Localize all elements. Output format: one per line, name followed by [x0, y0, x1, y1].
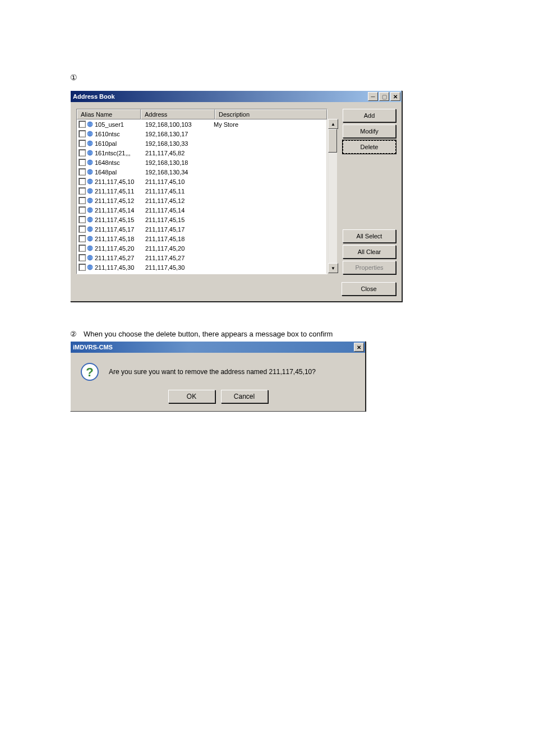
col-header-alias[interactable]: Alias Name	[77, 109, 141, 119]
cancel-button[interactable]: Cancel	[221, 390, 268, 403]
row-checkbox[interactable]	[79, 159, 86, 166]
list-item[interactable]: 211,117,45,15211,117,45,15	[77, 215, 326, 224]
msgbox-close-button[interactable]: ✕	[354, 343, 364, 352]
cell-alias: 211,117,45,11	[95, 188, 145, 195]
maximize-button: ▢	[379, 92, 389, 101]
cell-description: My Store	[214, 121, 326, 128]
row-checkbox[interactable]	[79, 130, 86, 137]
ok-button[interactable]: OK	[168, 390, 215, 403]
cell-alias: 211,117,45,27	[95, 255, 145, 261]
scroll-track[interactable]	[328, 153, 337, 263]
row-checkbox[interactable]	[79, 149, 86, 156]
row-checkbox[interactable]	[79, 264, 86, 271]
minimize-button[interactable]: ─	[368, 92, 378, 101]
list-item[interactable]: 211,117,45,14211,117,45,14	[77, 205, 326, 215]
globe-icon	[86, 235, 94, 242]
list-item[interactable]: 211,117,45,18211,117,45,18	[77, 234, 326, 243]
list-item[interactable]: 211,117,45,10211,117,45,10	[77, 177, 326, 186]
cell-address: 192,168,130,33	[145, 140, 214, 147]
list-item[interactable]: 211,117,45,20211,117,45,20	[77, 243, 326, 253]
scrollbar-vertical[interactable]: ▲ ▼	[328, 119, 337, 273]
row-checkbox[interactable]	[79, 225, 86, 233]
row-checkbox[interactable]	[79, 140, 86, 147]
row-checkbox[interactable]	[79, 121, 86, 128]
cell-address: 211,117,45,20	[145, 245, 214, 252]
col-header-description[interactable]: Description	[215, 109, 327, 119]
cell-alias: 211,117,45,10	[95, 178, 145, 185]
close-window-button[interactable]: Close	[342, 282, 396, 296]
cell-address: 211,117,45,10	[145, 178, 214, 185]
cell-address: 192,168,100,103	[145, 121, 214, 128]
add-button[interactable]: Add	[343, 109, 396, 122]
globe-icon	[86, 178, 94, 185]
modify-button[interactable]: Modify	[343, 125, 396, 138]
list-item[interactable]: 105_user1192,168,100,103My Store	[77, 119, 326, 129]
list-item[interactable]: 211,117,45,11211,117,45,11	[77, 186, 326, 196]
globe-icon	[86, 140, 94, 147]
cell-alias: 211,117,45,18	[95, 236, 145, 242]
cell-address: 211,117,45,11	[145, 188, 214, 195]
all-select-button[interactable]: All Select	[343, 229, 396, 243]
globe-icon	[86, 264, 94, 271]
row-checkbox[interactable]	[79, 168, 86, 176]
cell-alias: 1610ntsc	[95, 131, 145, 137]
globe-icon	[86, 187, 94, 195]
cell-alias: 211,117,45,30	[95, 264, 145, 271]
cell-address: 211,117,45,12	[145, 197, 214, 204]
cell-address: 211,117,45,82	[145, 150, 214, 156]
list-item[interactable]: 211,117,45,30211,117,45,30	[77, 262, 326, 272]
scroll-down-button[interactable]: ▼	[328, 263, 338, 273]
list-item[interactable]: 161ntsc(21,,,211,117,45,82	[77, 148, 326, 158]
globe-icon	[86, 225, 94, 233]
row-checkbox[interactable]	[79, 178, 86, 185]
globe-icon	[86, 168, 94, 176]
question-icon: ?	[81, 363, 99, 381]
row-checkbox[interactable]	[79, 245, 86, 252]
cell-alias: 161ntsc(21,,,	[95, 150, 145, 156]
titlebar[interactable]: Address Book ─ ▢ ✕	[71, 91, 402, 102]
globe-icon	[86, 197, 94, 204]
list-item[interactable]: 1610pal192,168,130,33	[77, 139, 326, 148]
window-title: Address Book	[73, 93, 367, 100]
scroll-up-button[interactable]: ▲	[328, 119, 338, 129]
row-checkbox[interactable]	[79, 254, 86, 261]
cell-alias: 211,117,45,12	[95, 197, 145, 204]
row-checkbox[interactable]	[79, 197, 86, 204]
step2-marker: ②	[70, 330, 77, 338]
col-header-address[interactable]: Address	[141, 109, 215, 119]
cell-address: 192,168,130,18	[145, 159, 214, 166]
row-checkbox[interactable]	[79, 206, 86, 214]
list-item[interactable]: 1648pal192,168,130,34	[77, 167, 326, 177]
scroll-thumb[interactable]	[328, 129, 337, 153]
globe-icon	[86, 206, 94, 214]
cell-address: 211,117,45,17	[145, 226, 214, 233]
all-clear-button[interactable]: All Clear	[343, 245, 396, 259]
row-checkbox[interactable]	[79, 216, 86, 223]
confirm-dialog: iMDVRS-CMS ✕ ? Are you sure you want to …	[70, 341, 366, 412]
row-checkbox[interactable]	[79, 235, 86, 242]
globe-icon	[86, 216, 94, 223]
cell-alias: 211,117,45,17	[95, 226, 145, 233]
step1-marker: ①	[70, 73, 535, 82]
globe-icon	[86, 254, 94, 261]
delete-button[interactable]: Delete	[343, 140, 396, 154]
list-item[interactable]: 1648ntsc192,168,130,18	[77, 158, 326, 167]
row-checkbox[interactable]	[79, 187, 86, 195]
cell-address: 192,168,130,34	[145, 169, 214, 176]
msgbox-titlebar[interactable]: iMDVRS-CMS ✕	[71, 342, 365, 353]
step2-description: When you choose the delete button, there…	[84, 330, 333, 338]
globe-icon	[86, 245, 94, 252]
address-book-window: Address Book ─ ▢ ✕ Alias Name Address De…	[70, 90, 402, 302]
cell-address: 192,168,130,17	[145, 131, 214, 137]
cell-alias: 1648ntsc	[95, 159, 145, 166]
list-item[interactable]: 1610ntsc192,168,130,17	[77, 129, 326, 139]
globe-icon	[86, 130, 94, 137]
list-item[interactable]: 211,117,45,27211,117,45,27	[77, 253, 326, 262]
list-item[interactable]: 211,117,45,12211,117,45,12	[77, 196, 326, 205]
close-button[interactable]: ✕	[390, 92, 400, 101]
address-list[interactable]: 105_user1192,168,100,103My Store1610ntsc…	[77, 119, 327, 274]
msgbox-message: Are you sure you want to remove the addr…	[109, 368, 316, 376]
cell-alias: 105_user1	[95, 121, 145, 128]
cell-alias: 1610pal	[95, 140, 145, 147]
list-item[interactable]: 211,117,45,17211,117,45,17	[77, 224, 326, 234]
